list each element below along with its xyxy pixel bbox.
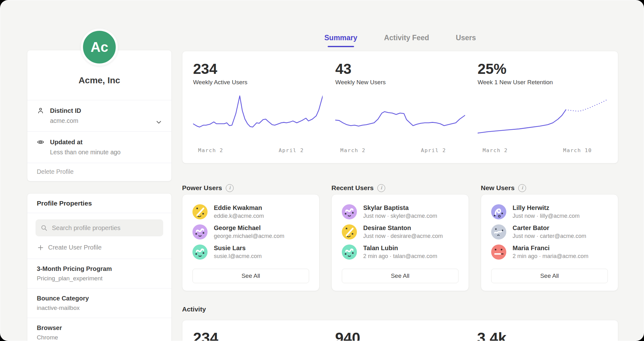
avatar-squiggle-face-icon (342, 204, 357, 219)
property-row-bounce-category[interactable]: Bounce Category inactive-mailbox (27, 288, 171, 318)
user-list-item[interactable]: Lilly Herwitz Just now · lilly@acme.com (491, 202, 608, 222)
create-user-profile-label: Create User Profile (48, 244, 102, 251)
avatar-zigzag-face-icon (491, 224, 506, 239)
search-input[interactable] (51, 224, 158, 232)
profile-field-label: Updated at (50, 139, 82, 146)
user-detail: eddie.k@acme.com (214, 213, 264, 219)
user-name: Susie Lars (214, 245, 262, 252)
trend-line-chart (478, 94, 607, 144)
trend-line-chart (335, 94, 465, 144)
tab-summary[interactable]: Summary (325, 34, 358, 47)
profile-fields: Distinct ID acme.com Updated at Less tha… (27, 100, 171, 163)
tab-users[interactable]: Users (456, 34, 476, 47)
user-list-item[interactable]: Eddie Kwakman eddie.k@acme.com (192, 202, 309, 222)
property-label: Browser (37, 324, 162, 332)
user-detail: Just now · skyler@acme.com (363, 213, 437, 219)
plus-icon (37, 245, 44, 251)
x-tick-end: March 10 (563, 147, 592, 153)
user-name: Carter Bator (513, 224, 586, 232)
user-name: Desirae Stanton (363, 224, 443, 232)
avatar-squiggle-face-icon (342, 245, 357, 260)
x-tick-start: March 2 (340, 147, 365, 153)
user-list-item[interactable]: Maria Franci 2 min ago · maria@acme.com (491, 242, 608, 262)
property-value: Pricing_plan_experiment (37, 275, 162, 282)
search-icon (41, 224, 47, 231)
x-axis-ticks: March 2 April 2 (335, 147, 465, 155)
avatar-wink-face-icon (342, 224, 357, 239)
delete-profile-button[interactable]: Delete Profile (27, 163, 171, 181)
user-list-item[interactable]: Desirae Stanton Just now · desirare@acme… (342, 222, 458, 242)
stat-label: Weekly New Users (335, 79, 465, 86)
user-name: George Michael (214, 224, 284, 232)
property-label: 3-Month Pricing Program (37, 265, 162, 272)
stat-label: Weekly Active Users (193, 79, 323, 86)
stat-value: 234 (193, 61, 323, 77)
profile-property-list: 3-Month Pricing Program Pricing_plan_exp… (27, 259, 171, 341)
activity-section-title: Activity (182, 305, 618, 313)
user-name: Skylar Baptista (363, 204, 437, 212)
x-tick-end: April 2 (421, 147, 446, 153)
company-avatar: Ac (81, 29, 118, 66)
user-section-title: Power Users (182, 184, 222, 192)
user-detail: Just now · carter@acme.com (513, 233, 586, 239)
profile-properties-card: Profile Properties Create User Profile 3… (27, 193, 172, 341)
info-icon[interactable]: i (518, 184, 526, 192)
user-detail: Just now · desirare@acme.com (363, 233, 443, 239)
user-detail: 2 min ago · maria@acme.com (513, 253, 588, 260)
avatar-deadpan-face-icon (491, 245, 506, 260)
see-all-button[interactable]: See All (192, 269, 309, 283)
person-icon (37, 107, 44, 114)
user-list-item[interactable]: George Michael george.michael@acme.com (192, 222, 309, 242)
user-section-recent-users: Recent Users i Skylar Baptista Just now … (331, 182, 469, 291)
activity-stat-value: 234 (193, 330, 323, 341)
avatar-squiggle-face-icon (192, 224, 208, 239)
property-row-3-month-pricing-program[interactable]: 3-Month Pricing Program Pricing_plan_exp… (27, 259, 171, 288)
avatar-squiggle-face-icon (192, 245, 208, 260)
avatar-loop-face-icon (491, 204, 506, 219)
user-section-title: New Users (481, 184, 514, 192)
property-label: Bounce Category (37, 295, 162, 302)
property-row-browser[interactable]: Browser Chrome (27, 318, 171, 341)
user-section-title: Recent Users (331, 184, 374, 192)
stat-value: 25% (478, 61, 607, 77)
user-detail: 2 min ago · talan@acme.com (363, 253, 437, 260)
x-tick-end: April 2 (279, 147, 304, 153)
user-list-item[interactable]: Talan Lubin 2 min ago · talan@acme.com (342, 242, 458, 262)
profile-field-updated-at: Updated at Less than one minute ago (27, 131, 171, 163)
summary-stats-card: 234 Weekly Active Users March 2 April 2 … (182, 51, 618, 163)
profile-dashboard-window: Ac Acme, Inc Distinct ID acme.com Update… (0, 0, 644, 341)
tab-activity-feed[interactable]: Activity Feed (384, 34, 429, 47)
chevron-down-icon[interactable] (155, 118, 163, 126)
profile-field-value: acme.com (50, 117, 162, 124)
user-name: Talan Lubin (363, 245, 437, 252)
user-detail: Just now · lilly@acme.com (513, 213, 580, 219)
info-icon[interactable]: i (377, 184, 385, 192)
trend-line-chart (193, 94, 323, 144)
user-detail: susie.l@acme.com (214, 253, 262, 260)
user-list-item[interactable]: Carter Bator Just now · carter@acme.com (491, 222, 608, 242)
user-list-item[interactable]: Skylar Baptista Just now · skyler@acme.c… (342, 202, 458, 222)
user-section-power-users: Power Users i Eddie Kwakman eddie.k@acme… (182, 182, 319, 291)
create-user-profile-button[interactable]: Create User Profile (37, 244, 161, 251)
info-icon[interactable]: i (226, 184, 234, 192)
profile-sidebar: Ac Acme, Inc Distinct ID acme.com Update… (27, 0, 172, 341)
user-name: Lilly Herwitz (513, 204, 580, 212)
x-tick-start: March 2 (483, 147, 508, 153)
see-all-button[interactable]: See All (491, 269, 608, 283)
user-list-item[interactable]: Susie Lars susie.l@acme.com (192, 242, 309, 262)
profile-field-distinct-id: Distinct ID acme.com (27, 100, 171, 131)
main-content: SummaryActivity FeedUsers 234 Weekly Act… (182, 0, 618, 341)
user-list-card: Lilly Herwitz Just now · lilly@acme.com … (481, 194, 618, 291)
stat-label: Week 1 New User Retention (478, 79, 607, 86)
see-all-button[interactable]: See All (342, 269, 458, 283)
user-list-card: Eddie Kwakman eddie.k@acme.com George Mi… (182, 194, 319, 291)
company-avatar-initials: Ac (91, 39, 108, 55)
user-section-new-users: New Users i Lilly Herwitz Just now · lil… (481, 182, 618, 291)
stat-chart-weekly-active-users: 234 Weekly Active Users March 2 April 2 (193, 61, 323, 155)
profile-card: Ac Acme, Inc Distinct ID acme.com Update… (27, 50, 172, 181)
stat-value: 43 (335, 61, 465, 77)
user-sections-row: Power Users i Eddie Kwakman eddie.k@acme… (182, 182, 618, 291)
profile-properties-search[interactable] (36, 219, 163, 236)
avatar-wink-face-icon (192, 204, 208, 219)
profile-properties-title: Profile Properties (27, 194, 171, 213)
